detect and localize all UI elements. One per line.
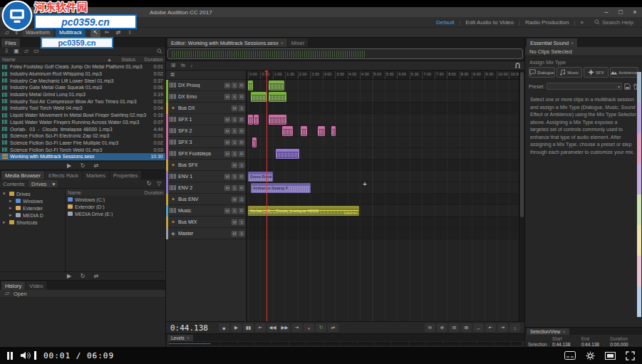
track-header[interactable]: SFX 2MSR (166, 125, 246, 137)
close-icon[interactable]: × (571, 41, 574, 46)
tree-item[interactable]: ▾Drives (0, 190, 65, 197)
audio-clip[interactable] (248, 80, 253, 90)
track-header[interactable]: »Bus MIXMS (166, 217, 246, 228)
file-row[interactable]: Industry Gate Metal Gate Squeak 01.mp30:… (0, 84, 165, 91)
history-item[interactable]: ▱Open (0, 290, 165, 298)
track-header[interactable]: SFX FootstepsMSR (166, 148, 246, 160)
audio-clip[interactable] (254, 115, 259, 125)
volume-control[interactable] (20, 351, 36, 360)
magnet-icon[interactable] (514, 63, 521, 69)
track-list-menu-icon[interactable]: ≣ (169, 71, 176, 78)
auto-play-button[interactable]: ⇄ (93, 162, 100, 170)
settings-gear-icon[interactable] (586, 351, 595, 360)
track-header[interactable]: SFX 1MSR (166, 114, 246, 125)
contents-dropdown[interactable]: Drives ▾ (29, 180, 58, 187)
mix-type-dialogue-button[interactable]: Dialogue (529, 67, 555, 78)
mix-type-ambience-button[interactable]: Ambience (610, 67, 638, 78)
track-name[interactable]: SFX 2 (178, 128, 223, 133)
open-folder-icon[interactable]: ▱ (23, 48, 30, 55)
solo-button[interactable]: S (232, 83, 237, 88)
track-lane[interactable]: Oorlab-_03_-_Clouds_timelapse 48000Volum… (247, 205, 519, 217)
solo-button[interactable]: S (239, 197, 244, 202)
workspace-item[interactable]: Default (435, 19, 455, 26)
loop-button[interactable]: ↻ (79, 162, 86, 170)
essential-sound-tab[interactable]: Essential Sound × (527, 38, 577, 47)
close-icon[interactable]: × (187, 336, 190, 340)
workspace-item[interactable]: Radio Production (524, 19, 570, 26)
save-preset-icon[interactable] (624, 83, 631, 90)
mute-button[interactable]: M (232, 162, 237, 168)
lanes[interactable]: 0:000:301:001:302:002:303:003:304:004:30… (247, 71, 519, 321)
player-pause-button[interactable] (7, 352, 13, 360)
track-lane[interactable] (247, 80, 519, 91)
solo-button[interactable]: S (232, 151, 237, 157)
audio-clip[interactable] (331, 126, 336, 136)
media-browser-tab[interactable]: Properties (110, 171, 141, 180)
track-header[interactable]: SFX 3MSR (166, 137, 246, 148)
record-arm-button[interactable]: R (239, 83, 244, 88)
track-name[interactable]: SFX 1 (178, 117, 223, 122)
track-lane[interactable] (247, 148, 519, 160)
solo-button[interactable]: S (232, 117, 237, 123)
refresh-icon[interactable]: ↻ (145, 180, 152, 187)
track-header[interactable]: ENV 2MSR (166, 182, 246, 194)
audio-clip[interactable] (276, 149, 299, 159)
solo-button[interactable]: S (232, 185, 237, 191)
record-arm-button[interactable]: R (239, 140, 244, 145)
mix-type-music-button[interactable]: Music (556, 67, 582, 78)
track-header[interactable]: »Bus ENVMS (166, 194, 246, 205)
track-name[interactable]: SFX Footsteps (178, 151, 223, 156)
subtitles-button[interactable] (564, 351, 576, 360)
record-arm-button[interactable]: R (239, 151, 244, 157)
loop-playback-button[interactable]: ↻ (316, 323, 326, 332)
file-row[interactable]: Oorlab-_03_-_Clouds_timelapse 48000 1.mp… (0, 125, 165, 132)
file-row[interactable]: Liquid Water Water Fingers Running Acros… (0, 119, 165, 126)
levels-tab[interactable]: Levels × (167, 335, 193, 341)
tree-item[interactable]: ▸Windows (0, 197, 65, 204)
search-help[interactable]: Search Help (594, 19, 633, 26)
track-header[interactable]: »Bus SFXMS (166, 160, 246, 171)
minimize-button[interactable]: – (599, 7, 613, 17)
stop-button[interactable]: ■ (219, 323, 229, 332)
workspace-item[interactable]: Edit Audio to Video (465, 19, 515, 26)
file-row[interactable]: Industry Aluminum Rod Whipping 01.mp30:0… (0, 71, 165, 78)
mute-button[interactable]: M (224, 151, 230, 157)
track-name[interactable]: ENV 1 (178, 174, 223, 179)
play-button[interactable]: ▶ (66, 273, 73, 280)
track-lane[interactable] (247, 91, 519, 103)
zoom-in-vertical-button[interactable]: ⊞ (461, 323, 472, 332)
track-lane[interactable] (247, 103, 519, 114)
record-arm-button[interactable]: R (239, 128, 244, 134)
track-lane[interactable]: Drone Rumb (247, 171, 519, 182)
theater-mode-button[interactable] (605, 352, 616, 360)
track-lane[interactable] (247, 160, 519, 171)
disclosure-icon[interactable]: ▸ (3, 219, 7, 225)
drive-row[interactable]: MEDIA Drive (E:) (66, 210, 165, 217)
delete-icon[interactable]: ▭ (33, 48, 40, 55)
audio-clip[interactable] (248, 115, 253, 125)
file-row[interactable]: Science Fiction Sci-Fi Laser Fire Multip… (0, 140, 165, 147)
audio-clip[interactable] (252, 137, 257, 147)
file-row[interactable]: Industry Tool Torch Weld 04.mp30:04 (0, 105, 165, 112)
audio-clip[interactable] (318, 126, 325, 136)
solo-button[interactable]: S (232, 140, 237, 145)
mute-button[interactable]: M (232, 197, 237, 202)
rewind-button[interactable]: ◀◀ (267, 323, 278, 332)
close-button[interactable]: × (628, 7, 642, 17)
mute-button[interactable]: M (224, 174, 230, 180)
mute-button[interactable]: M (224, 83, 230, 88)
media-browser-tab[interactable]: Effects Rack (45, 171, 82, 180)
column-duration[interactable]: Duration (142, 190, 163, 195)
file-row[interactable]: Foley Footstep Golf Cleats Jump On Metal… (0, 63, 165, 71)
mix-type-sfx-button[interactable]: SFX (584, 67, 609, 78)
fast-forward-button[interactable]: ▶▶ (279, 323, 290, 332)
column-duration[interactable]: Duration (138, 57, 163, 62)
metronome-icon[interactable]: ♩ (190, 62, 197, 69)
track-lane[interactable]: Ambiance Swamp F (247, 182, 519, 194)
drive-row[interactable]: Windows (C:) (66, 196, 165, 203)
vertical-scrollbar[interactable] (519, 71, 524, 321)
mute-button[interactable]: M (224, 208, 230, 214)
volume-envelope[interactable] (249, 210, 358, 211)
track-name[interactable]: Bus ENV (178, 197, 230, 202)
mute-button[interactable]: M (224, 117, 230, 123)
